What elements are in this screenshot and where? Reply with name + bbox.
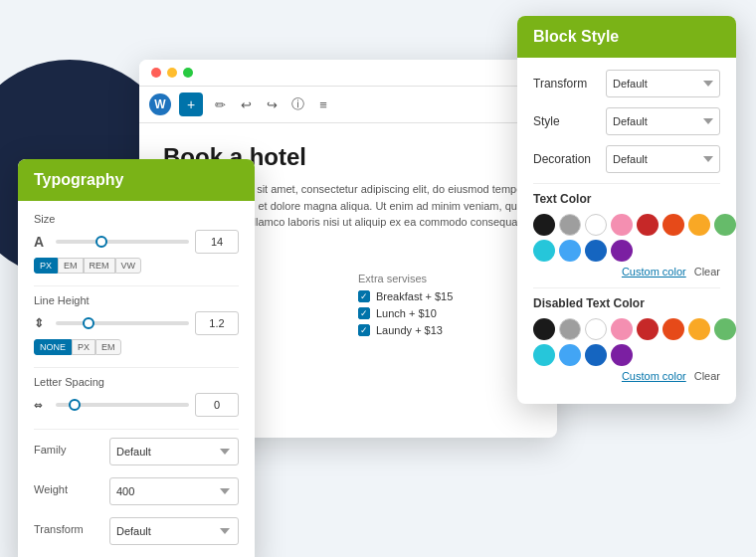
family-label: Family [34,444,66,456]
color-swatch-grey[interactable] [559,318,581,340]
color-swatch-green[interactable] [714,318,736,340]
letter-spacing-label: Letter Spacing [34,376,239,388]
color-swatch-black[interactable] [533,214,555,236]
divider2 [34,367,239,368]
family-select[interactable]: Default [109,438,239,465]
color-swatch-white[interactable] [585,214,607,236]
color-swatch-black[interactable] [533,318,555,340]
line-height-label: Line Height [34,294,239,306]
service-label: Laundy + $13 [376,324,443,336]
checkbox-laundry[interactable]: ✓ [358,324,370,336]
color-swatch-pink[interactable] [611,214,633,236]
weight-select[interactable]: 400 [109,477,239,505]
color-swatch-white[interactable] [585,318,607,340]
letter-spacing-slider-thumb [69,399,81,411]
bs-decoration-label: Decoration [533,152,603,166]
checkbox-breakfast[interactable]: ✓ [358,290,370,302]
color-swatch-blue[interactable] [559,240,581,262]
size-icon: A [34,234,50,250]
color-swatch-cyan[interactable] [533,240,555,262]
line-height-row: ⇕ [34,311,239,335]
color-swatch-amber[interactable] [688,318,710,340]
color-swatch-purple[interactable] [611,240,633,262]
edit-icon[interactable]: ✏ [211,95,229,113]
unit-rem[interactable]: REM [84,258,115,274]
divider3 [34,429,239,430]
bs-decoration-select[interactable]: Default [606,145,720,173]
list-item: ✓ Lunch + $10 [358,307,533,319]
color-swatch-dark-red[interactable] [637,318,659,340]
line-height-icon: ⇕ [34,316,50,330]
editor-toolbar: W + ✏ ↩ ↪ ⓘ ≡ Save [139,87,557,123]
color-swatch-cyan[interactable] [533,344,555,366]
text-color-custom-link[interactable]: Custom color [622,266,686,278]
bs-divider2 [533,287,720,288]
size-label: Size [34,213,239,225]
size-input[interactable] [195,230,239,254]
unit-vw[interactable]: VW [115,258,142,274]
size-slider-thumb [95,236,107,248]
color-swatch-purple[interactable] [611,344,633,366]
color-swatch-dark-blue[interactable] [585,344,607,366]
block-style-body: Transform Default Style Default Decorati… [517,58,736,404]
size-section: Size A PX EM REM VW [34,213,239,274]
text-color-actions: Custom color Clear [533,266,720,278]
line-height-slider[interactable] [56,321,189,325]
info-icon[interactable]: ⓘ [288,95,306,113]
bs-divider1 [533,183,720,184]
color-swatch-grey[interactable] [559,214,581,236]
col2-header: Extra servises [358,273,533,284]
size-slider[interactable] [56,240,189,244]
line-height-input[interactable] [195,311,239,335]
color-swatch-amber[interactable] [688,214,710,236]
bs-transform-row: Transform Default [533,70,720,97]
letter-spacing-input[interactable] [195,393,239,417]
text-color-clear-button[interactable]: Clear [694,266,720,278]
lh-unit-none[interactable]: NONE [34,339,72,355]
lh-unit-em[interactable]: EM [95,339,121,355]
checkbox-lunch[interactable]: ✓ [358,307,370,319]
typography-header: Typography [18,159,255,201]
lh-unit-px[interactable]: PX [72,339,95,355]
editor-titlebar [139,60,557,87]
color-swatch-pink[interactable] [611,318,633,340]
redo-icon[interactable]: ↪ [263,95,281,113]
letter-spacing-slider[interactable] [56,403,189,407]
add-block-button[interactable]: + [179,93,203,116]
minimize-button[interactable] [167,68,177,78]
text-color-title: Text Color [533,192,720,206]
transform-section: Transform Default [34,517,239,545]
color-swatch-dark-blue[interactable] [585,240,607,262]
transform-select[interactable]: Default [109,517,239,545]
bs-style-select[interactable]: Default [606,107,720,135]
color-swatch-dark-red[interactable] [637,214,659,236]
service-label: Breakfast + $15 [376,290,453,302]
service-label: Lunch + $10 [376,307,437,319]
wp-logo: W [149,93,171,115]
text-color-grid [533,214,720,262]
undo-icon[interactable]: ↩ [237,95,255,113]
weight-section: Weight 400 [34,477,239,505]
weight-label: Weight [34,483,68,495]
disabled-color-custom-link[interactable]: Custom color [622,370,686,382]
bs-transform-select[interactable]: Default [606,70,720,97]
color-swatch-green[interactable] [714,214,736,236]
color-swatch-blue[interactable] [559,344,581,366]
bs-style-label: Style [533,114,603,128]
line-height-section: Line Height ⇕ NONE PX EM [34,294,239,355]
menu-icon[interactable]: ≡ [314,95,332,113]
disabled-color-clear-button[interactable]: Clear [694,370,720,382]
close-button[interactable] [151,68,161,78]
maximize-button[interactable] [183,68,193,78]
color-swatch-deep-orange[interactable] [662,214,684,236]
size-row: A [34,230,239,254]
list-item: ✓ Laundy + $13 [358,324,533,336]
unit-px[interactable]: PX [34,258,58,274]
line-height-unit-buttons: NONE PX EM [34,339,239,355]
family-section: Family Default [34,438,239,465]
letter-spacing-section: Letter Spacing ⇔ [34,376,239,417]
unit-em[interactable]: EM [58,258,84,274]
letter-spacing-icon: ⇔ [34,400,50,411]
color-swatch-deep-orange[interactable] [662,318,684,340]
typography-body: Size A PX EM REM VW Line Height ⇕ [18,201,255,557]
